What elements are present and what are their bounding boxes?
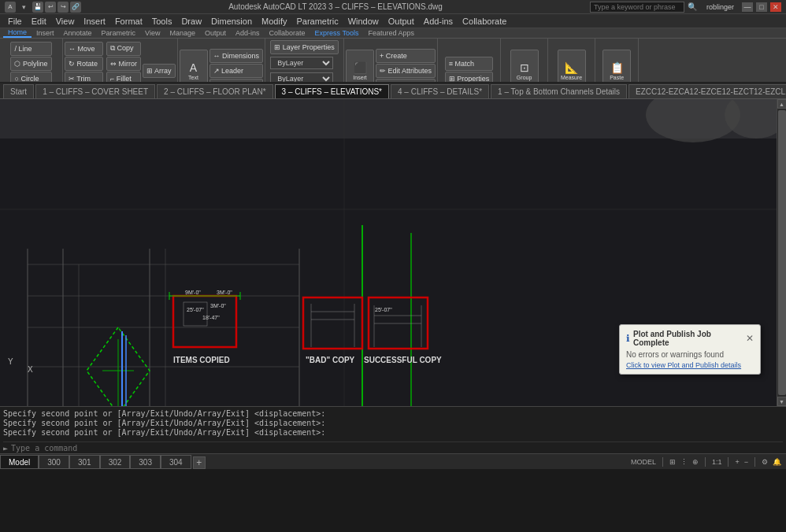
search-input[interactable] [590, 2, 684, 13]
notification-link[interactable]: Click to view Plot and Publish details [626, 361, 754, 369]
svg-text:ITEMS COPIED: ITEMS COPIED [173, 356, 230, 364]
tab-addins[interactable]: Add-ins [231, 29, 265, 37]
insert-button[interactable]: ⬛ Insert [346, 50, 374, 82]
tab-home[interactable]: Home [3, 28, 32, 38]
scroll-up-button[interactable]: ▲ [777, 99, 787, 109]
circle-button[interactable]: ○ Circle [10, 72, 51, 83]
block-editor-button[interactable]: ⚙ Block Editor [376, 79, 436, 82]
tab-view[interactable]: View [140, 29, 165, 37]
menu-output[interactable]: Output [384, 16, 419, 27]
add-layout-button[interactable]: + [193, 456, 206, 469]
menu-collaborate[interactable]: Collaborate [458, 16, 511, 27]
match-button[interactable]: ≡ Match [445, 57, 494, 71]
ribbon-section-properties: ≡ Match ⊞ Properties Properties ▾ [438, 39, 501, 82]
tab-parametric[interactable]: Parametric [97, 29, 141, 37]
layer-dropdown[interactable]: ByLayer [270, 57, 333, 69]
tab-express[interactable]: Express Tools [310, 29, 364, 37]
menu-file[interactable]: File [3, 16, 27, 27]
redo-icon[interactable]: ↪ [57, 2, 69, 13]
dimensions-button[interactable]: ↔ Dimensions [209, 49, 264, 63]
model-tab-303[interactable]: 303 [130, 455, 161, 469]
zoom-in-button[interactable]: + [735, 458, 739, 466]
workspace-button[interactable]: ⚙ [762, 458, 768, 466]
table-button[interactable]: ⊞ Table [209, 79, 264, 82]
color-dropdown[interactable]: ByLayer [270, 72, 333, 82]
menu-draw[interactable]: Draw [176, 16, 206, 27]
menu-addins[interactable]: Add-ins [419, 16, 458, 27]
model-indicator: MODEL [631, 458, 656, 466]
menu-window[interactable]: Window [343, 16, 384, 27]
tab-floor-plan[interactable]: 2 – CLIFFS – FLOOR PLAN* [157, 84, 273, 98]
array-button[interactable]: ⊞ Array [143, 64, 176, 78]
tab-ezcc[interactable]: EZCC12-EZCA12-EZCE12-EZCT12-EZCL12 [628, 84, 786, 98]
status-grid[interactable]: ⊞ [669, 458, 676, 466]
properties-button[interactable]: ⊞ Properties [445, 72, 494, 83]
menu-parametric[interactable]: Parametric [291, 16, 343, 27]
menu-modify[interactable]: Modify [257, 16, 291, 27]
ribbon-section-draw: / Line ⬡ Polyline ○ Circle ⌒ Arc Draw ▾ [0, 39, 63, 82]
copy-button[interactable]: ⧉ Copy [106, 42, 141, 56]
menu-insert[interactable]: Insert [79, 16, 110, 27]
command-input-row: ► [3, 441, 783, 453]
tab-featured[interactable]: Featured Apps [363, 29, 419, 37]
undo-icon[interactable]: ↩ [45, 2, 56, 13]
menu-tools[interactable]: Tools [147, 16, 177, 27]
model-tab-301[interactable]: 301 [69, 455, 100, 469]
tab-details[interactable]: 4 – CLIFFS – DETAILS* [391, 84, 489, 98]
layer-properties-button[interactable]: ⊞ Layer Properties [270, 40, 339, 54]
status-ortho[interactable]: ⊕ [692, 458, 699, 466]
trim-button[interactable]: ✂ Trim [65, 72, 103, 83]
ribbon-main: Home Insert Annotate Parametric View Man… [0, 28, 786, 82]
edit-attrib-button[interactable]: ✏ Edit Attributes [376, 64, 436, 78]
quick-access-icon[interactable]: 💾 [32, 2, 43, 13]
menu-dimension[interactable]: Dimension [206, 16, 257, 27]
tab-output[interactable]: Output [200, 29, 231, 37]
notifications-button[interactable]: 🔔 [773, 458, 781, 466]
polyline-button[interactable]: ⬡ Polyline [10, 57, 51, 71]
model-tab-300[interactable]: 300 [39, 455, 69, 469]
model-tab-304[interactable]: 304 [161, 455, 191, 469]
line-button[interactable]: / Line [10, 42, 51, 56]
menu-view[interactable]: View [51, 16, 80, 27]
paste-button[interactable]: 📋 Paste [602, 50, 631, 82]
menu-format[interactable]: Format [110, 16, 147, 27]
scrollbar-thumb[interactable] [778, 110, 786, 395]
share-icon[interactable]: 🔗 [70, 2, 81, 13]
move-button[interactable]: ↔ Move [65, 42, 103, 56]
tab-start[interactable]: Start [3, 84, 34, 98]
create-button[interactable]: + Create [376, 49, 436, 63]
tab-annotate[interactable]: Annotate [59, 29, 97, 37]
tab-manage[interactable]: Manage [165, 29, 200, 37]
svg-text:"BAD" COPY: "BAD" COPY [306, 356, 355, 364]
mirror-button[interactable]: ⇔ Mirror [106, 57, 141, 71]
tab-cover-sheet[interactable]: 1 – CLIFFS – COVER SHEET [35, 84, 155, 98]
menu-edit[interactable]: Edit [27, 16, 51, 27]
doc-tabs: Start 1 – CLIFFS – COVER SHEET 2 – CLIFF… [0, 83, 786, 99]
status-snap[interactable]: ⋮ [680, 458, 688, 466]
model-tab-model[interactable]: Model [0, 455, 39, 469]
leader-button[interactable]: ↗ Leader [209, 64, 264, 78]
restore-button[interactable]: □ [756, 2, 767, 12]
tab-collaborate[interactable]: Collaborate [265, 29, 310, 37]
search-icon[interactable]: 🔍 [688, 2, 697, 11]
main-area: 25'-07" 18'-47" 3M'-0" 9M'-0" 3M'-0" ITE… [0, 99, 786, 406]
utilities-buttons: 📐 Measure [558, 40, 586, 82]
tab-channels[interactable]: 1 – Top & Bottom Channels Details [491, 84, 627, 98]
scroll-down-button[interactable]: ▼ [777, 397, 787, 406]
close-button[interactable]: ✕ [770, 2, 781, 12]
notification-close-button[interactable]: ✕ [746, 334, 754, 343]
tab-insert[interactable]: Insert [32, 29, 59, 37]
minimize-button[interactable]: — [742, 2, 753, 12]
user-name: roblinger [706, 3, 734, 11]
tab-elevations[interactable]: 3 – CLIFFS – ELEVATIONS* [275, 84, 389, 98]
zoom-out-button[interactable]: − [744, 458, 748, 466]
text-button[interactable]: A Text [180, 50, 208, 82]
canvas-area[interactable]: 25'-07" 18'-47" 3M'-0" 9M'-0" 3M'-0" ITE… [0, 99, 777, 406]
ribbon-section-layers: ⊞ Layer Properties ByLayer ByLayer ByLay… [265, 39, 344, 82]
command-input[interactable] [11, 444, 783, 453]
group-button[interactable]: ⊡ Group [510, 50, 539, 82]
model-tab-302[interactable]: 302 [100, 455, 131, 469]
rotate-button[interactable]: ↻ Rotate [65, 57, 103, 71]
measure-button[interactable]: 📐 Measure [558, 50, 586, 82]
fillet-button[interactable]: ⌐ Fillet [106, 72, 141, 83]
